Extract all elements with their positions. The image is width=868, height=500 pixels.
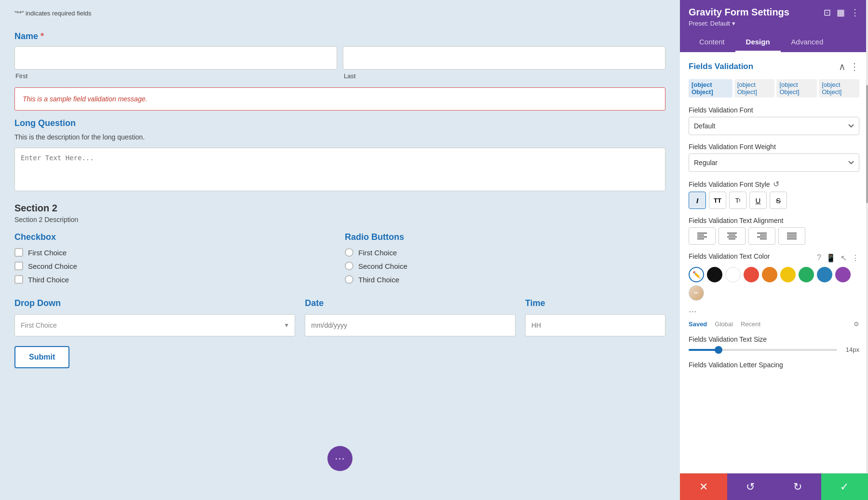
obj-tab-2[interactable]: [object Object] — [734, 79, 775, 97]
redo-button[interactable]: ↻ — [774, 473, 821, 500]
scrollbar-thumb[interactable] — [866, 85, 868, 203]
radio-item-1[interactable]: First Choice — [345, 248, 665, 257]
tab-content[interactable]: Content — [689, 33, 735, 52]
radio-circle-2[interactable] — [345, 262, 353, 270]
global-tab[interactable]: Global — [715, 320, 733, 328]
svg-rect-11 — [760, 238, 767, 239]
more-icon[interactable]: ⋮ — [851, 7, 859, 18]
align-left-btn[interactable] — [689, 227, 716, 245]
checkbox-label: Checkbox — [14, 232, 335, 242]
font-weight-select[interactable]: Regular Bold Light — [689, 153, 859, 172]
strikethrough-btn[interactable]: S — [770, 192, 787, 209]
date-input[interactable] — [305, 314, 515, 336]
submit-button[interactable]: Submit — [14, 346, 69, 368]
color-more-icon[interactable]: ⋮ — [852, 253, 859, 263]
color-swatch-pencil[interactable]: ✏️ — [689, 267, 704, 282]
text-size-slider-thumb[interactable] — [715, 346, 722, 354]
uppercase-btn[interactable]: TT — [709, 192, 726, 209]
text-alignment-label: Fields Validation Text Alignment — [689, 217, 859, 224]
svg-rect-7 — [729, 238, 735, 239]
obj-tab-1[interactable]: [object Object] — [689, 79, 732, 97]
capitalize-btn[interactable]: Tt — [729, 192, 746, 209]
color-swatch-green[interactable] — [799, 267, 814, 282]
saved-tab[interactable]: Saved — [689, 320, 707, 328]
font-weight-setting: Fields Validation Font Weight Regular Bo… — [689, 143, 859, 172]
color-more-dots[interactable]: ··· — [689, 306, 697, 317]
obj-tab-3[interactable]: [object Object] — [776, 79, 817, 97]
text-color-label: Fields Validation Text Color — [689, 252, 770, 260]
color-swatch-blue[interactable] — [817, 267, 832, 282]
align-right-btn[interactable] — [748, 227, 775, 245]
first-name-input[interactable] — [14, 46, 337, 69]
validation-message-text: This is a sample field validation messag… — [23, 95, 147, 103]
dropdown-select[interactable]: First Choice Second Choice Third Choice — [14, 314, 295, 336]
long-question-textarea[interactable] — [14, 148, 665, 191]
radio-circle-1[interactable] — [345, 248, 353, 257]
font-select[interactable]: Default Arial Georgia — [689, 117, 859, 135]
collapse-icon[interactable]: ∧ — [839, 61, 846, 72]
name-sub-labels: First Last — [14, 72, 665, 80]
radio-item-2[interactable]: Second Choice — [345, 262, 665, 270]
text-size-slider-track — [689, 349, 837, 351]
color-swatch-yellow[interactable] — [780, 267, 796, 282]
color-help-icon[interactable]: ? — [817, 253, 821, 262]
save-button[interactable]: ✓ — [821, 473, 868, 500]
font-style-setting: Fields Validation Font Style ↺ I TT Tt U… — [689, 180, 859, 209]
color-swatch-red[interactable] — [744, 267, 759, 282]
svg-rect-0 — [697, 233, 707, 234]
color-settings-icon[interactable]: ⚙ — [854, 320, 859, 328]
checkbox-item-1[interactable]: First Choice — [14, 248, 335, 257]
radio-item-3[interactable]: Third Choice — [345, 275, 665, 284]
section2-desc: Section 2 Description — [14, 216, 665, 223]
checkbox-box-1[interactable] — [14, 248, 23, 257]
long-question-section: Long Question This is the description fo… — [14, 118, 665, 203]
svg-rect-4 — [727, 233, 737, 234]
color-swatch-black[interactable] — [707, 267, 722, 282]
layout-icon[interactable]: ▦ — [837, 7, 845, 18]
italic-btn[interactable]: I — [689, 192, 706, 209]
align-justify-btn[interactable] — [778, 227, 805, 245]
time-input[interactable] — [525, 314, 665, 336]
time-label: Time — [525, 298, 665, 308]
recent-tab[interactable]: Recent — [741, 320, 760, 328]
obj-tab-4[interactable]: [object Object] — [819, 79, 859, 97]
align-center-btn[interactable] — [719, 227, 746, 245]
radio-circle-3[interactable] — [345, 275, 353, 284]
section-more-icon[interactable]: ⋮ — [850, 61, 859, 72]
svg-rect-15 — [787, 238, 797, 239]
svg-rect-3 — [697, 238, 704, 239]
expand-icon[interactable]: ⊡ — [824, 7, 831, 18]
checkbox-item-2[interactable]: Second Choice — [14, 262, 335, 270]
name-field-section: Name * First Last — [14, 25, 665, 87]
fab-button[interactable]: ··· — [327, 446, 353, 471]
undo-button[interactable]: ↺ — [727, 473, 774, 500]
font-style-buttons: I TT Tt U S — [689, 192, 859, 209]
color-pointer-icon[interactable]: ↖ — [841, 253, 847, 263]
color-mobile-icon[interactable]: 📱 — [826, 253, 836, 263]
text-color-setting: Fields Validation Text Color ? 📱 ↖ ⋮ ✏️ — [689, 252, 859, 328]
color-swatch-white[interactable] — [725, 267, 741, 282]
underline-btn[interactable]: U — [749, 192, 767, 209]
tab-design[interactable]: Design — [735, 33, 781, 52]
last-label: Last — [343, 72, 665, 80]
color-swatch-orange[interactable] — [762, 267, 777, 282]
cancel-button[interactable]: ✕ — [680, 473, 727, 500]
object-tabs: [object Object] [object Object] [object … — [689, 79, 859, 97]
tab-advanced[interactable]: Advanced — [781, 33, 834, 52]
panel-preset[interactable]: Preset: Default ▾ — [689, 20, 859, 27]
checkbox-box-2[interactable] — [14, 262, 23, 270]
last-name-input[interactable] — [343, 46, 665, 69]
long-question-label: Long Question — [14, 118, 665, 128]
checkbox-item-3[interactable]: Third Choice — [14, 275, 335, 284]
checkbox-box-3[interactable] — [14, 275, 23, 284]
svg-rect-12 — [787, 233, 797, 234]
panel-header-top: Gravity Form Settings ⊡ ▦ ⋮ — [689, 7, 859, 18]
panel-header: Gravity Form Settings ⊡ ▦ ⋮ Preset: Defa… — [680, 0, 868, 52]
color-swatch-custom[interactable]: ✏ — [689, 285, 704, 301]
alignment-buttons — [689, 227, 859, 245]
color-swatch-purple[interactable] — [835, 267, 851, 282]
section2-title: Section 2 — [14, 203, 665, 214]
fields-validation-title: Fields Validation — [689, 62, 753, 71]
font-style-reset-icon[interactable]: ↺ — [773, 180, 779, 189]
fields-validation-section-row: Fields Validation ∧ ⋮ — [689, 61, 859, 72]
